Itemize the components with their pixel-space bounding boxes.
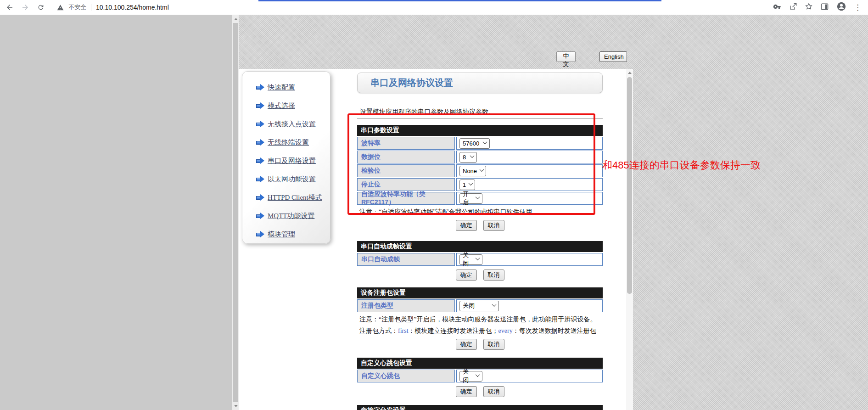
scrollbar-thumb[interactable] [627, 77, 632, 294]
cancel-button[interactable]: 取消 [483, 220, 504, 231]
share-icon[interactable] [789, 2, 797, 12]
sidebar-menu-panel: 快速配置 模式选择 无线接入点设置 无线终端设置 串口及网络设置 以太网功能设置 [242, 71, 330, 244]
adaptive-baud-select[interactable]: 开启 [459, 193, 482, 204]
chevron-down-icon [476, 256, 480, 260]
section-header-heartbeat: 自定义心跳包设置 [357, 358, 603, 369]
select-value: None [463, 168, 477, 174]
confirm-button[interactable]: 确定 [456, 386, 477, 397]
sidebar-item-wireless-ap[interactable]: 无线接入点设置 [256, 115, 330, 133]
arrow-icon [256, 194, 264, 201]
cancel-button[interactable]: 取消 [483, 270, 504, 281]
sidebar-item-label[interactable]: 快速配置 [268, 83, 295, 92]
back-icon[interactable] [4, 1, 16, 13]
bookmark-star-icon[interactable] [805, 2, 813, 12]
sidebar-item-label[interactable]: 以太网功能设置 [268, 175, 316, 184]
forward-icon[interactable] [19, 1, 31, 13]
button-row: 确定 取消 [357, 220, 603, 231]
arrow-icon [256, 102, 264, 109]
section-header-socket-dist: 套接字分发设置 [357, 405, 603, 410]
sidebar-item-module-mgmt[interactable]: 模块管理 [256, 225, 330, 243]
select-value: 关闭 [463, 251, 473, 268]
section-header-serial-params: 串口参数设置 [357, 125, 603, 136]
browser-menu-icon[interactable]: ⋮ [854, 4, 862, 11]
sidebar-item-httpd-client[interactable]: HTTPD Client模式 [256, 188, 330, 207]
register-type-select[interactable]: 关闭 [459, 301, 499, 311]
chevron-down-icon [469, 181, 473, 185]
stop-bits-select[interactable]: 1 [459, 180, 475, 190]
chevron-down-icon [480, 167, 484, 172]
content-area: 串口及网络协议设置 设置模块应用程序的串口参数及网络协议参数。 串口参数设置 波… [357, 73, 603, 410]
heartbeat-select[interactable]: 关闭 [459, 371, 482, 382]
scroll-up-icon[interactable] [626, 69, 633, 76]
left-empty-frame [0, 15, 232, 410]
sidebar-item-label[interactable]: 无线接入点设置 [268, 120, 316, 129]
side-panel-icon[interactable] [820, 2, 829, 13]
parity-select[interactable]: None [459, 166, 486, 176]
keyword-every: every [498, 327, 513, 334]
setting-label: 注册包类型 [357, 299, 455, 312]
sidebar-item-label[interactable]: 模式选择 [268, 101, 295, 110]
button-row: 确定 取消 [357, 270, 603, 281]
sidebar-item-label[interactable]: 模块管理 [268, 230, 295, 239]
divider [357, 118, 603, 119]
sidebar-item-label[interactable]: HTTPD Client模式 [268, 193, 322, 202]
table-row: 检验位 None [357, 164, 603, 177]
sidebar-item-serial-network[interactable]: 串口及网络设置 [256, 152, 330, 170]
data-bits-select[interactable]: 8 [459, 152, 477, 163]
arrow-icon [256, 213, 264, 219]
setting-value-cell: None [456, 164, 603, 177]
setting-label: 数据位 [357, 151, 455, 163]
inner-scrollbar[interactable] [626, 69, 633, 410]
table-row: 波特率 57600 [357, 137, 603, 150]
sidebar-item-wireless-sta[interactable]: 无线终端设置 [256, 133, 330, 152]
baud-rate-select[interactable]: 57600 [459, 138, 490, 149]
warning-icon[interactable] [54, 1, 66, 13]
tab-strip-highlight [258, 0, 661, 1]
confirm-button[interactable]: 确定 [456, 220, 477, 231]
scrollbar-thumb[interactable] [233, 23, 238, 402]
sidebar-item-mode-select[interactable]: 模式选择 [256, 96, 330, 115]
confirm-button[interactable]: 确定 [456, 339, 477, 350]
sidebar-item-quick-config[interactable]: 快速配置 [256, 78, 330, 96]
reload-icon[interactable] [35, 1, 47, 13]
note-text: ：每次发送数据时发送注册包 [513, 327, 596, 334]
select-value: 关闭 [463, 368, 473, 384]
security-label[interactable]: 不安全 [68, 3, 86, 11]
section-header-register-packet: 设备注册包设置 [357, 287, 603, 298]
note-adaptive-baud: 注意：“自适应波特率功能”请配合我公司的虚拟串口软件使用。 [357, 208, 603, 216]
note-text: 注册包方式： [359, 327, 398, 334]
language-english-button[interactable]: English [599, 51, 627, 62]
chevron-down-icon [476, 372, 480, 377]
table-row: 数据位 8 [357, 151, 603, 163]
chevron-down-icon [492, 302, 497, 307]
confirm-button[interactable]: 确定 [456, 270, 477, 281]
url-divider [91, 4, 91, 11]
page-title: 串口及网络协议设置 [370, 77, 453, 89]
sidebar-item-ethernet[interactable]: 以太网功能设置 [256, 170, 330, 188]
arrow-icon [256, 157, 264, 164]
profile-avatar-icon[interactable] [836, 1, 846, 13]
setting-label: 自适应波特率功能（类RFC2117） [357, 192, 455, 205]
auto-frame-select[interactable]: 关闭 [459, 254, 482, 265]
setting-label: 自定义心跳包 [357, 370, 455, 382]
select-value: 1 [463, 181, 466, 188]
setting-value-cell: 开启 [456, 192, 603, 205]
scroll-up-icon[interactable] [232, 16, 239, 22]
sidebar-item-label[interactable]: 无线终端设置 [268, 138, 309, 147]
sidebar-item-label[interactable]: 串口及网络设置 [268, 157, 316, 165]
address-bar[interactable]: 10.10.100.254/home.html [96, 4, 169, 11]
cancel-button[interactable]: 取消 [483, 339, 504, 350]
table-row: 自定义心跳包 关闭 [357, 370, 603, 382]
sidebar-item-label[interactable]: MQTT功能设置 [268, 212, 315, 220]
sidebar-item-mqtt[interactable]: MQTT功能设置 [256, 207, 330, 225]
chevron-down-icon [483, 140, 487, 144]
button-row: 确定 取消 [357, 386, 603, 397]
language-chinese-button[interactable]: 中文 [556, 51, 576, 62]
key-icon[interactable] [773, 2, 782, 13]
cancel-button[interactable]: 取消 [483, 386, 504, 397]
button-row: 确定 取消 [357, 339, 603, 350]
page-description: 设置模块应用程序的串口参数及网络协议参数。 [357, 108, 603, 116]
outer-scrollbar[interactable] [232, 15, 239, 410]
scroll-down-icon[interactable] [232, 403, 239, 410]
arrow-icon [256, 84, 264, 91]
